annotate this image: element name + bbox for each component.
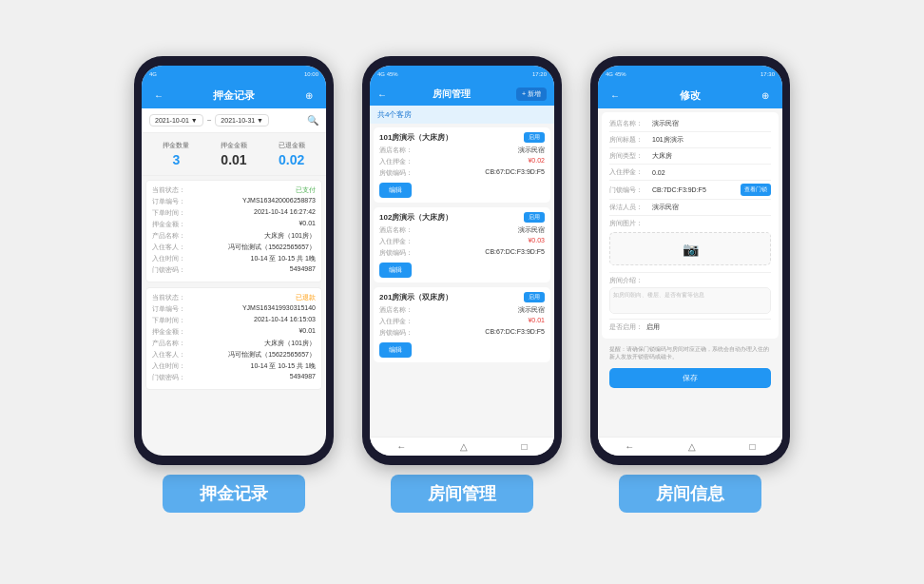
status-right-room: 17:20 — [532, 71, 547, 77]
order1-product-label: 产品名称： — [152, 231, 195, 241]
stat-count-label: 押金数量 — [163, 141, 189, 150]
intro-textarea[interactable]: 如房间朝向、楼层、是否有窗等信息 — [609, 287, 771, 314]
back-icon-deposit[interactable]: ← — [151, 90, 166, 101]
room-102-door: 房锁编码： CB:67:DC:F3:9D:F5 — [379, 248, 545, 258]
add-room-button[interactable]: + 新增 — [516, 88, 547, 101]
room-201-status[interactable]: 启用 — [524, 292, 545, 302]
nav-square-info[interactable]: □ — [750, 441, 756, 452]
order2-door-label: 门锁密码： — [152, 373, 195, 382]
status-left-room: 4G 45% — [377, 71, 398, 77]
order-item-1: 当前状态： 已支付 订单编号： YJMS163420006258873 下单时间… — [145, 180, 322, 282]
order1-door: 5494987 — [195, 265, 316, 275]
nav-home[interactable]: △ — [460, 441, 468, 452]
room-201-deposit-val: ¥0.01 — [528, 317, 545, 326]
back-icon-room[interactable]: ← — [377, 89, 387, 100]
enabled-value[interactable]: 启用 — [646, 322, 660, 332]
order1-product: 大床房（101房） — [195, 231, 316, 241]
nav-back-info[interactable]: ← — [625, 441, 634, 452]
main-container: 4G 10:00 ← 押金记录 ⊕ 2021-10-01 ▼ ~ — [0, 37, 924, 547]
phone-deposit-label: 押金记录 — [163, 475, 305, 513]
form-room-title-value[interactable]: 101房演示 — [652, 135, 771, 145]
form-card-main: 酒店名称： 演示民宿 房间标题： 101房演示 房间类型： 大床房 — [602, 112, 779, 339]
nav-bar-room: ← △ □ — [370, 437, 554, 456]
nav-square[interactable]: □ — [522, 441, 528, 452]
room-101-door: 房锁编码： CB:67:DC:F3:9D:F5 — [379, 168, 545, 178]
room-102-hotel-label: 酒店名称： — [379, 225, 413, 235]
stat-refund-value: 0.02 — [279, 152, 305, 167]
room-102-edit-button[interactable]: 编辑 — [379, 263, 412, 278]
form-door-label: 门锁编号： — [609, 185, 652, 195]
room-list: 101房演示（大床房） 启用 酒店名称： 演示民宿 入住押金： ¥0.02 — [370, 124, 554, 437]
room-201-door-val: CB:67:DC:F3:9D:F5 — [485, 328, 545, 338]
photo-area[interactable]: 📷 — [609, 232, 771, 265]
modify-content: 酒店名称： 演示民宿 房间标题： 101房演示 房间类型： 大床房 — [598, 108, 782, 437]
room-201-hotel-val: 演示民宿 — [518, 305, 545, 315]
room-201-edit-button[interactable]: 编辑 — [379, 342, 412, 358]
room-card-101-header: 101房演示（大床房） 启用 — [379, 132, 545, 143]
room-101-edit-button[interactable]: 编辑 — [379, 183, 412, 198]
order1-ctime: 10-14 至 10-15 共 1晚 — [195, 254, 316, 263]
room-card-201: 201房演示（双床房） 启用 酒店名称： 演示民宿 入住押金： ¥0.01 — [374, 287, 550, 362]
form-room-title: 房间标题： 101房演示 — [609, 132, 771, 148]
menu-icon-info[interactable]: ⊕ — [758, 90, 773, 101]
room-count-text: 共4个客房 — [377, 109, 412, 120]
form-photo-label: 房间图片： — [609, 219, 652, 228]
nav-home-info[interactable]: △ — [688, 441, 696, 452]
room-201-door: 房锁编码： CB:67:DC:F3:9D:F5 — [379, 328, 545, 338]
date-start-chip[interactable]: 2021-10-01 ▼ — [149, 114, 203, 127]
room-mgmt-header: ← 房间管理 + 新增 — [370, 83, 554, 106]
room-card-201-header: 201房演示（双床房） 启用 — [379, 292, 545, 302]
status-left-info: 4G 45% — [606, 71, 626, 77]
phones-row: 4G 10:00 ← 押金记录 ⊕ 2021-10-01 ▼ ~ — [134, 56, 790, 513]
menu-icon-deposit[interactable]: ⊕ — [301, 90, 317, 101]
nav-bar-info: ← △ □ — [598, 437, 782, 456]
stat-refund: 已退金额 0.02 — [279, 141, 305, 167]
nav-back[interactable]: ← — [396, 441, 406, 452]
order2-ctime-label: 入住时间： — [152, 361, 195, 371]
phone-info-wrap: 4G 45% 17:30 ← 修改 ⊕ 酒店名称： — [590, 56, 790, 513]
app-header-deposit: ← 押金记录 ⊕ — [142, 83, 326, 108]
back-icon-info[interactable]: ← — [607, 90, 623, 101]
phone-deposit-screen: 4G 10:00 ← 押金记录 ⊕ 2021-10-01 ▼ ~ — [142, 66, 326, 456]
form-photo: 房间图片： 📷 — [609, 216, 771, 273]
stat-count: 押金数量 3 — [163, 141, 189, 167]
status-bar-info: 4G 45% 17:30 — [598, 66, 782, 83]
room-count-bar: 共4个客房 — [370, 106, 554, 124]
view-door-button[interactable]: 查看门锁 — [741, 184, 771, 196]
order1-amount-label: 押金金额： — [152, 220, 195, 229]
order2-product: 大床房（101房） — [195, 339, 316, 348]
form-cleaner-value[interactable]: 演示民宿 — [652, 203, 771, 212]
form-door-code: 门锁编号： CB:7DC:F3:9D:F5 查看门锁 — [609, 181, 771, 200]
stat-amount-label: 押金金额 — [221, 141, 247, 150]
date-filter: 2021-10-01 ▼ ~ 2021-10-31 ▼ 🔍 — [142, 108, 326, 133]
room-101-door-val: CB:67:DC:F3:9D:F5 — [485, 168, 545, 178]
form-hotel-value: 演示民宿 — [652, 119, 771, 128]
room-101-hotel: 酒店名称： 演示民宿 — [379, 146, 545, 155]
form-deposit-value[interactable]: 0.02 — [652, 169, 771, 176]
search-icon[interactable]: 🔍 — [307, 115, 318, 126]
enabled-label: 是否启用： — [609, 322, 643, 332]
order1-person-label: 入住客人： — [152, 243, 195, 252]
room-101-status[interactable]: 启用 — [524, 132, 545, 143]
phone-info-label: 房间信息 — [619, 475, 761, 513]
form-cleaner: 保洁人员： 演示民宿 — [609, 200, 771, 216]
form-room-type: 房间类型： 大床房 — [609, 148, 771, 165]
room-card-102-header: 102房演示（大床房） 启用 — [379, 212, 545, 223]
room-102-status[interactable]: 启用 — [524, 212, 545, 223]
order1-amount: ¥0.01 — [195, 220, 316, 229]
form-room-type-value[interactable]: 大床房 — [652, 151, 771, 161]
room-101-door-label: 房锁编码： — [379, 168, 413, 178]
room-201-deposit: 入住押金： ¥0.01 — [379, 317, 545, 326]
camera-icon: 📷 — [683, 242, 699, 257]
form-intro-label: 房间介绍： — [609, 276, 652, 285]
room-card-101: 101房演示（大床房） 启用 酒店名称： 演示民宿 入住押金： ¥0.02 — [374, 127, 550, 203]
save-button[interactable]: 保存 — [609, 368, 771, 388]
order1-ctime-label: 入住时间： — [152, 254, 195, 263]
room-201-title: 201房演示（双床房） — [379, 292, 452, 302]
room-101-hotel-label: 酒店名称： — [379, 146, 413, 155]
room-102-title: 102房演示（大床房） — [379, 212, 452, 223]
date-end-chip[interactable]: 2021-10-31 ▼ — [215, 114, 269, 127]
room-102-deposit: 入住押金： ¥0.03 — [379, 237, 545, 246]
order1-door-label: 门锁密码： — [152, 265, 195, 275]
order2-amount: ¥0.01 — [195, 327, 316, 337]
